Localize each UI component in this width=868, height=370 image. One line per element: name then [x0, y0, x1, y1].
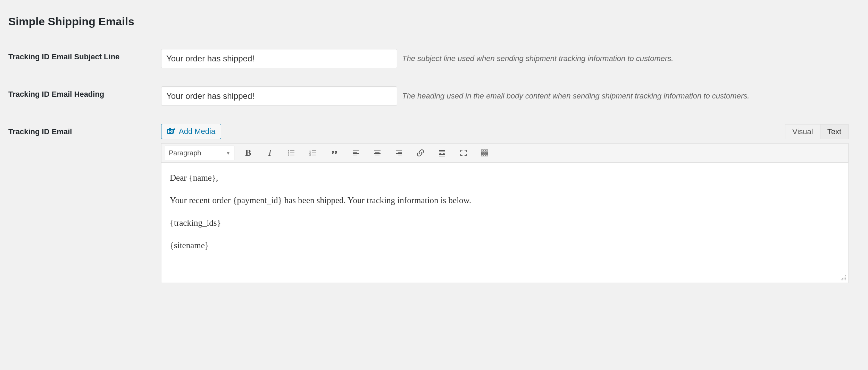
- svg-rect-34: [484, 150, 485, 151]
- svg-point-6: [288, 153, 289, 154]
- dropdown-caret-icon: ▼: [226, 150, 231, 156]
- svg-rect-33: [481, 150, 483, 151]
- insert-more-button[interactable]: [434, 146, 450, 160]
- label-heading: Tracking ID Email Heading: [8, 86, 161, 100]
- svg-point-4: [288, 150, 289, 152]
- input-heading[interactable]: [161, 86, 397, 106]
- svg-point-45: [842, 278, 843, 279]
- svg-rect-38: [486, 152, 488, 154]
- svg-point-43: [844, 277, 845, 278]
- editor-paragraph: {sitename}: [170, 239, 840, 251]
- svg-point-8: [288, 155, 289, 156]
- align-center-button[interactable]: [370, 146, 385, 160]
- add-media-button[interactable]: Add Media: [161, 124, 221, 139]
- svg-text:3: 3: [309, 154, 311, 156]
- input-subject[interactable]: [161, 49, 397, 68]
- bold-button[interactable]: B: [241, 146, 256, 160]
- svg-rect-2: [169, 128, 171, 129]
- align-right-button[interactable]: [391, 146, 407, 160]
- format-select[interactable]: Paragraph ▼: [165, 146, 234, 160]
- tab-text[interactable]: Text: [820, 124, 849, 139]
- label-subject: Tracking ID Email Subject Line: [8, 49, 161, 62]
- svg-rect-0: [167, 129, 173, 134]
- format-select-value: Paragraph: [169, 149, 201, 157]
- toolbar-toggle-button[interactable]: [477, 146, 493, 160]
- editor-paragraph: Your recent order {payment_id} has been …: [170, 194, 840, 206]
- field-row-heading: Tracking ID Email Heading The heading us…: [8, 86, 860, 106]
- svg-rect-40: [484, 155, 485, 156]
- italic-button[interactable]: I: [262, 146, 277, 160]
- svg-point-3: [172, 132, 174, 134]
- tab-visual[interactable]: Visual: [785, 124, 820, 139]
- svg-point-1: [169, 130, 171, 132]
- insert-link-button[interactable]: [413, 146, 428, 160]
- svg-point-44: [845, 277, 846, 278]
- fullscreen-button[interactable]: [456, 146, 471, 160]
- svg-rect-41: [486, 155, 488, 156]
- field-row-subject: Tracking ID Email Subject Line The subje…: [8, 49, 860, 68]
- svg-rect-35: [486, 150, 488, 151]
- help-heading: The heading used in the email body conte…: [402, 91, 860, 102]
- svg-rect-39: [481, 155, 483, 156]
- resize-grip-icon[interactable]: [840, 274, 847, 281]
- svg-point-46: [844, 278, 845, 279]
- editor-paragraph: Dear {name},: [170, 172, 840, 184]
- svg-point-47: [845, 278, 846, 279]
- editor-mode-tabs: Visual Text: [785, 124, 849, 139]
- svg-point-50: [844, 279, 845, 281]
- numbered-list-button[interactable]: 1 2 3: [305, 146, 320, 160]
- field-row-body: Tracking ID Email: [8, 124, 860, 283]
- svg-point-48: [841, 279, 842, 281]
- svg-point-51: [845, 279, 846, 281]
- help-subject: The subject line used when sending shipm…: [402, 53, 860, 64]
- svg-rect-36: [481, 152, 483, 154]
- svg-rect-37: [484, 152, 485, 154]
- add-media-label: Add Media: [179, 127, 215, 136]
- svg-point-49: [842, 279, 843, 281]
- label-body: Tracking ID Email: [8, 124, 161, 137]
- camera-music-icon: [167, 128, 175, 135]
- section-title: Simple Shipping Emails: [8, 15, 860, 28]
- align-left-button[interactable]: [348, 146, 364, 160]
- blockquote-button[interactable]: [327, 146, 342, 160]
- bulleted-list-button[interactable]: [284, 146, 299, 160]
- svg-point-42: [845, 275, 846, 276]
- rich-text-editor: Add Media Visual Text Paragraph ▼ B I: [161, 124, 849, 283]
- editor-content[interactable]: Dear {name}, Your recent order {payment_…: [161, 163, 849, 283]
- editor-toolbar: Paragraph ▼ B I: [161, 143, 849, 163]
- editor-paragraph: {tracking_ids}: [170, 217, 840, 229]
